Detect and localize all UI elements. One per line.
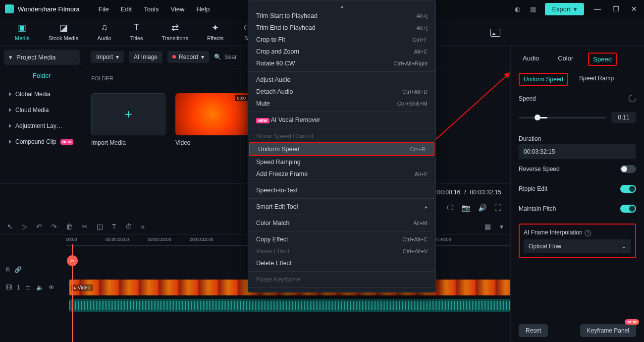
tab-audio[interactable]: ♫Audio — [98, 22, 111, 41]
app-logo-icon — [5, 4, 14, 13]
sidebar-cloud-media[interactable]: Cloud Media — [4, 102, 80, 118]
sidebar-compound-clip[interactable]: Compound ClipNEW — [4, 134, 80, 150]
aif-select[interactable]: Optical Flow⌄ — [524, 239, 631, 253]
menu-file[interactable]: File — [99, 5, 109, 13]
maximize-button[interactable]: ❐ — [611, 5, 621, 13]
audio-clip[interactable] — [69, 299, 510, 312]
dropdown-icon[interactable]: ▾ — [500, 223, 503, 230]
scissor-icon: ✂ — [67, 256, 77, 266]
right-tabs: Audio Color Speed — [519, 51, 636, 70]
search-input[interactable]: 🔍Sear — [214, 54, 237, 60]
screen-icon[interactable]: 🖵 — [447, 204, 454, 212]
speed-slider-row: 0.11 — [519, 112, 636, 123]
pointer-icon[interactable]: ↖ — [7, 223, 13, 230]
ctx-rotate[interactable]: Rotate 90 CWCtrl+Alt+Right — [248, 57, 435, 69]
tab-transitions[interactable]: ⇄Transitions — [162, 22, 188, 41]
copy-icon[interactable]: ⎘ — [6, 266, 9, 273]
reverse-toggle[interactable] — [620, 165, 636, 173]
grid-view-icon[interactable]: ▦ — [484, 223, 491, 230]
tab-media[interactable]: ▣Media — [15, 22, 30, 41]
tab-stock-media[interactable]: ◪Stock Media — [49, 22, 79, 41]
record-dropdown[interactable]: Record▾ — [167, 51, 209, 63]
close-button[interactable]: ✕ — [629, 5, 639, 13]
import-media-tile[interactable]: + Import Media — [91, 93, 165, 146]
project-media-header[interactable]: ▾Project Media — [4, 50, 80, 65]
image-toggle-icon[interactable] — [490, 29, 500, 37]
keyframe-panel-button[interactable]: Keyframe Panel — [580, 324, 636, 337]
mute-track-icon[interactable]: 🔈 — [36, 284, 44, 291]
snapshot-icon[interactable]: 📷 — [462, 204, 470, 212]
ai-image-button[interactable]: AI Image — [129, 51, 162, 63]
crop-icon[interactable]: ◫ — [97, 223, 103, 230]
ctx-trim-start[interactable]: Trim Start to PlayheadAlt+[ — [248, 10, 435, 22]
eye-icon[interactable]: 👁 — [49, 284, 54, 291]
subtab-ramp[interactable]: Speed Ramp — [575, 73, 618, 86]
delete-icon[interactable]: 🗑 — [66, 223, 73, 230]
menubar: File Edit Tools View Help — [99, 5, 210, 13]
ctx-smart-edit-tool[interactable]: Smart Edit Tool▸ — [248, 201, 435, 213]
undo-icon[interactable]: ↶ — [36, 223, 42, 230]
menu-tools[interactable]: Tools — [144, 5, 159, 13]
ctx-speed-ramping[interactable]: Speed Ramping — [248, 156, 435, 168]
speed-slider[interactable] — [519, 117, 606, 118]
pitch-toggle[interactable] — [620, 205, 636, 213]
subtab-uniform[interactable]: Uniform Speed — [519, 73, 568, 86]
chevron-down-icon: ▾ — [9, 54, 12, 61]
folder-tab[interactable]: Folder — [4, 65, 80, 86]
redo-icon[interactable]: ↷ — [51, 223, 57, 230]
tab-titles[interactable]: TTitles — [130, 22, 143, 41]
minimize-button[interactable]: — — [592, 5, 603, 13]
volume-icon[interactable]: 🔊 — [478, 204, 486, 212]
ctx-adjust-audio[interactable]: Adjust Audio — [248, 74, 435, 86]
help-icon[interactable]: ? — [585, 230, 591, 236]
menu-view[interactable]: View — [170, 5, 184, 13]
ctx-ai-vocal-remover[interactable]: NEW AI Vocal Remover — [248, 114, 435, 126]
folder-icon[interactable]: 🗀 — [25, 284, 31, 291]
camera-icon: ◪ — [59, 22, 68, 33]
more-icon[interactable]: » — [141, 223, 145, 230]
ctx-trim-end[interactable]: Trim End to PlayheadAlt+] — [248, 22, 435, 34]
slider-knob[interactable] — [535, 114, 540, 120]
rtab-audio[interactable]: Audio — [519, 53, 543, 66]
duration-value[interactable]: 00:03:32:15 — [519, 144, 636, 159]
import-dropdown[interactable]: Import▾ — [91, 51, 124, 63]
playhead[interactable]: ✂ — [72, 244, 73, 342]
audio-track[interactable] — [6, 296, 510, 314]
ctx-color-match[interactable]: Color MatchAlt+M — [248, 217, 435, 229]
apps-icon[interactable]: ▦ — [529, 5, 537, 13]
ctx-delete-effect[interactable]: Delete Effect — [248, 257, 435, 269]
cursor-icon[interactable]: ▷ — [22, 223, 27, 230]
ctx-copy-effect[interactable]: Copy EffectCtrl+Alt+C — [248, 233, 435, 245]
ctx-paste-effect: Paste EffectCtrl+Alt+V — [248, 245, 435, 257]
reset-speed-icon[interactable] — [627, 93, 638, 104]
cloud-icon[interactable]: ◐ — [513, 5, 521, 13]
ctx-mute[interactable]: MuteCtrl+Shift+M — [248, 98, 435, 110]
import-label: Import — [96, 54, 113, 60]
tick-1: 00:00:05:00 — [106, 237, 129, 242]
menu-help[interactable]: Help — [196, 5, 210, 13]
tab-effects[interactable]: ✦Effects — [207, 22, 223, 41]
new-badge: NEW — [60, 139, 74, 145]
reset-button[interactable]: Reset — [519, 324, 548, 337]
text-tool-icon[interactable]: T — [112, 223, 116, 230]
split-icon[interactable]: ✂ — [82, 223, 88, 230]
video-tile[interactable]: 00:0 Video — [175, 93, 250, 146]
fullscreen-icon[interactable]: ⛶ — [494, 204, 501, 212]
ctx-crop-fit[interactable]: Crop to FitCtrl+F — [248, 34, 435, 46]
menu-edit[interactable]: Edit — [121, 5, 132, 13]
sidebar-adjustment-layer[interactable]: Adjustment Lay… — [4, 118, 80, 134]
ctx-scroll-up[interactable]: ▴ — [248, 2, 435, 10]
speed-value[interactable]: 0.11 — [611, 112, 636, 123]
speed-icon[interactable]: ⏱ — [125, 223, 132, 230]
ctx-crop-zoom[interactable]: Crop and ZoomAlt+C — [248, 46, 435, 57]
ctx-detach-audio[interactable]: Detach AudioCtrl+Alt+D — [248, 86, 435, 98]
ripple-toggle[interactable] — [620, 185, 636, 193]
link-icon[interactable]: 🔗 — [14, 266, 22, 273]
ctx-add-freeze-frame[interactable]: Add Freeze FrameAlt+F — [248, 168, 435, 180]
export-button[interactable]: Export ▾ — [545, 3, 584, 15]
ctx-uniform-speed[interactable]: Uniform SpeedCtrl+R — [249, 142, 434, 156]
rtab-speed[interactable]: Speed — [588, 53, 617, 66]
ctx-speech-to-text[interactable]: Speech-to-Text — [248, 184, 435, 196]
sidebar-global-media[interactable]: Global Media — [4, 86, 80, 102]
rtab-color[interactable]: Color — [554, 53, 577, 66]
